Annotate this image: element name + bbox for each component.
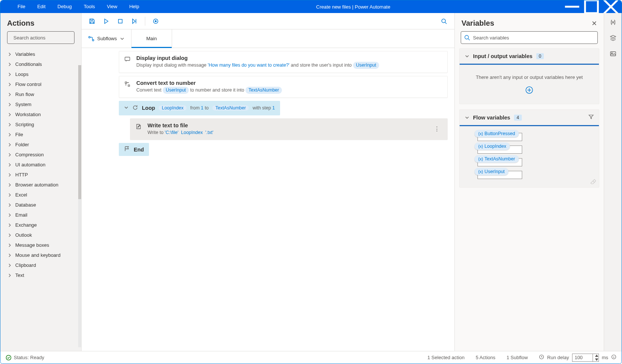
svg-rect-10 [125,82,127,83]
io-variables-header[interactable]: Input / output variables 0 [460,49,599,65]
subflows-toggle[interactable]: Subflows [82,29,131,48]
status-bar: Status: Ready 1 Selected action 5 Action… [0,351,622,364]
action-category[interactable]: Excel [0,190,81,200]
run-delay-label: Run delay [547,355,569,360]
action-category[interactable]: Text [0,270,81,280]
menu-tools[interactable]: Tools [78,0,101,13]
layers-icon[interactable] [609,34,617,42]
svg-rect-3 [118,19,122,23]
status-text: Status: Ready [14,355,44,360]
menu-view[interactable]: View [101,0,123,13]
step-description: Write to 'C:\file' LoopIndex '.txt' [147,129,426,136]
close-button[interactable] [602,0,619,13]
svg-rect-1 [585,0,598,13]
convert-icon [124,80,131,94]
step-title: Display input dialog [136,55,442,61]
action-category[interactable]: Flow control [0,79,81,89]
action-category[interactable]: Loops [0,69,81,79]
svg-point-8 [92,39,94,41]
action-category[interactable]: Clipboard [0,260,81,270]
add-variable-button[interactable] [525,86,533,94]
menu-help[interactable]: Help [123,0,145,13]
step-write-text-to-file[interactable]: Write text to file Write to 'C:\file' Lo… [130,118,448,140]
minimize-button[interactable] [564,0,581,13]
spin-down[interactable] [595,358,599,361]
run-button[interactable] [101,16,111,26]
collapse-icon[interactable] [124,105,128,111]
action-category[interactable]: Workstation [0,109,81,119]
search-actions[interactable] [7,31,74,44]
flow-variable[interactable]: {x}ButtonPressed [475,130,594,137]
menu-debug[interactable]: Debug [51,0,77,13]
status-ok-icon [6,354,14,361]
step-title: Loop [142,105,155,111]
flow-designer[interactable]: 1 Display input dialog Display input dia… [82,48,454,351]
flow-variable[interactable]: {x}TextAsNumber [475,155,594,163]
action-category[interactable]: Variables [0,49,81,59]
toolbar-divider [145,17,145,26]
flow-variable[interactable]: {x}LoopIndex [475,143,594,150]
menu-edit[interactable]: Edit [31,0,51,13]
step-button[interactable] [129,16,140,26]
maximize-button[interactable] [583,0,600,13]
action-category[interactable]: Message boxes [0,240,81,250]
step-display-input-dialog[interactable]: Display input dialog Display input dialo… [119,51,448,73]
action-category[interactable]: File [0,130,81,140]
action-category-list[interactable]: VariablesConditionalsLoopsFlow controlRu… [0,48,81,351]
actions-heading: Actions [0,13,81,31]
info-icon[interactable] [611,354,616,361]
step-loop[interactable]: Loop LoopIndex from 1 to TextAsNumber wi… [119,101,280,115]
variables-heading: Variables [461,19,494,28]
status-subflow: 1 Subflow [507,355,528,360]
more-icon[interactable]: ⋮ [432,125,442,132]
svg-point-12 [465,35,469,39]
action-category[interactable]: Mouse and keyboard [0,250,81,260]
close-panel-button[interactable]: ✕ [591,19,597,28]
action-category[interactable]: System [0,99,81,109]
scrollbar[interactable] [78,65,81,347]
save-button[interactable] [87,16,97,26]
scrollbar-thumb[interactable] [78,65,81,199]
flag-icon [124,146,130,153]
action-category[interactable]: Outlook [0,230,81,240]
search-flow-button[interactable] [439,16,449,26]
action-category[interactable]: Exchange [0,220,81,230]
action-category[interactable]: HTTP [0,170,81,180]
filter-icon[interactable] [588,114,594,121]
variable-token: LoopIndex [159,105,186,111]
record-button[interactable] [150,16,161,26]
flow-variable-list: {x}ButtonPressed{x}LoopIndex{x}TextAsNum… [460,126,599,187]
flow-variable[interactable]: {x}UserInput [475,168,594,175]
title-bar: File Edit Debug Tools View Help Create n… [0,0,622,13]
action-category[interactable]: Compression [0,150,81,160]
step-title: Write text to file [147,122,426,128]
action-category[interactable]: Conditionals [0,59,81,69]
spin-up[interactable] [595,354,599,358]
action-category[interactable]: Database [0,200,81,210]
flow-variables-header[interactable]: Flow variables 4 [460,110,599,126]
images-icon[interactable] [609,50,617,58]
variable-token: UserInput [163,87,189,94]
action-category[interactable]: Folder [0,140,81,150]
svg-point-5 [155,20,157,22]
run-delay-input[interactable]: 100 [572,354,599,362]
action-category[interactable]: Email [0,210,81,220]
action-category[interactable]: Run flow [0,89,81,99]
step-end[interactable]: End [119,143,149,156]
stop-button[interactable] [115,16,126,26]
tab-main[interactable]: Main [131,29,172,48]
variables-panel: Variables ✕ Input / output variables 0 T… [455,13,604,351]
action-category[interactable]: Browser automation [0,180,81,190]
search-actions-input[interactable] [13,35,76,41]
ms-label: ms [602,355,608,360]
step-convert-text-to-number[interactable]: Convert text to number Convert text User… [119,76,448,98]
eraser-icon[interactable] [590,179,596,186]
action-category[interactable]: Scripting [0,119,81,130]
action-category[interactable]: UI automation [0,160,81,170]
search-variables-input[interactable] [473,35,594,41]
loop-icon [132,105,138,112]
flow-variables-section: Flow variables 4 {x}ButtonPressed{x}Loop… [459,109,599,188]
menu-file[interactable]: File [12,0,31,13]
search-variables[interactable] [461,31,598,44]
variables-icon[interactable] [609,18,617,26]
